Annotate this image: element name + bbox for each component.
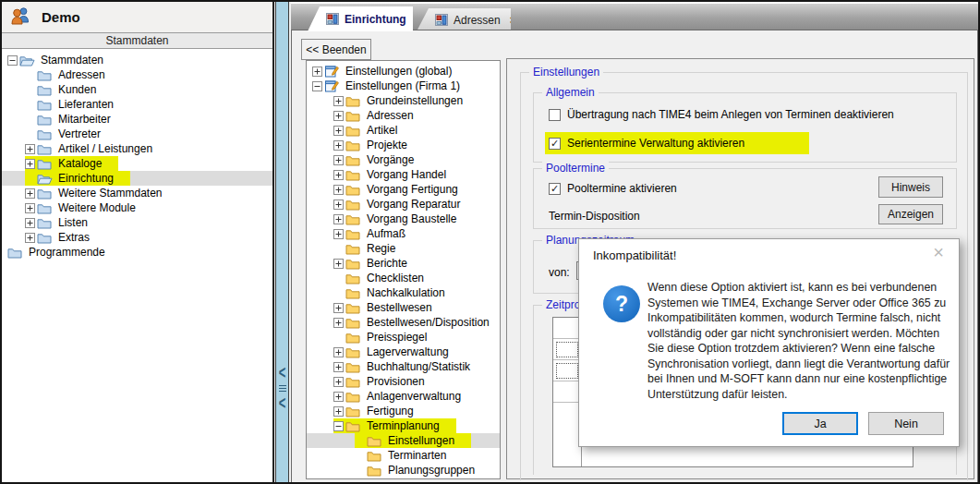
tree-item-terminplanung[interactable]: Terminplanung	[307, 418, 500, 433]
checkbox-box[interactable]: ✓	[549, 183, 561, 195]
collapse-icon[interactable]	[312, 81, 322, 91]
tree-item-weitere-stammdaten[interactable]: Weitere Stammdaten	[2, 186, 272, 200]
collapse-icon[interactable]	[7, 55, 18, 66]
expand-icon[interactable]	[25, 203, 35, 213]
tree-item-fertigung[interactable]: Fertigung	[307, 404, 500, 418]
tree-row-content: Adressen	[333, 108, 416, 123]
tree-item-extras[interactable]: Extras	[2, 230, 272, 245]
tree-item-vorgang-reparatur[interactable]: Vorgang Reparatur	[307, 197, 500, 212]
grid-cell[interactable]	[556, 342, 578, 357]
tree-item-kataloge[interactable]: Kataloge	[2, 156, 272, 171]
tree-item-provisionen[interactable]: Provisionen	[307, 374, 500, 389]
tree-item-mitarbeiter[interactable]: Mitarbeiter	[2, 112, 272, 127]
tree-item-einstellungen-global-[interactable]: Einstellungen (global)	[307, 64, 500, 79]
expand-icon[interactable]	[333, 229, 344, 239]
checkbox-serientermine[interactable]: ✓ Serientermine Verwaltung aktivieren	[545, 132, 809, 154]
expand-icon[interactable]	[333, 96, 344, 106]
tree-item-terminarten[interactable]: Terminarten	[307, 448, 500, 463]
checkbox-time4[interactable]: Übertragung nach TIME4 beim Anlegen von …	[549, 108, 894, 121]
expand-icon[interactable]	[333, 259, 344, 269]
tree-item-artikel-leistungen[interactable]: Artikel / Leistungen	[2, 141, 272, 156]
close-dialog-icon[interactable]: ×	[929, 243, 948, 261]
tree-item-nachkalkulation[interactable]: Nachkalkulation	[307, 285, 500, 300]
checkbox-box[interactable]	[549, 109, 561, 121]
tree-item-kunden[interactable]: Kunden	[2, 82, 272, 97]
tree-item-preisspiegel[interactable]: Preisspiegel	[307, 330, 500, 345]
tree-item-checklisten[interactable]: Checklisten	[307, 271, 500, 285]
checkbox-box[interactable]: ✓	[549, 138, 561, 150]
expand-icon[interactable]	[333, 214, 344, 224]
expand-icon[interactable]	[333, 362, 344, 372]
collapse-icon[interactable]	[333, 421, 344, 431]
tab-adressen[interactable]: Adressen ×	[417, 8, 511, 31]
tree-item-einrichtung[interactable]: Einrichtung	[2, 171, 272, 186]
expand-icon[interactable]	[25, 218, 35, 228]
tree-item-adressen[interactable]: Adressen	[307, 108, 500, 123]
tab-einrichtung[interactable]: Einrichtung ×	[308, 6, 413, 31]
splitter-grip[interactable]	[279, 385, 286, 392]
tree-item-lagerverwaltung[interactable]: Lagerverwaltung	[307, 345, 500, 359]
expand-icon[interactable]	[333, 140, 344, 151]
expand-icon[interactable]	[25, 233, 35, 243]
expand-icon[interactable]	[25, 144, 35, 154]
tree-item-bestellwesen-disposition[interactable]: Bestellwesen/Disposition	[307, 315, 500, 330]
expand-icon[interactable]	[333, 303, 344, 313]
tree-item-planungsgruppen[interactable]: Planungsgruppen	[307, 463, 500, 478]
tree-item-label: Berichte	[365, 257, 409, 270]
anzeigen-button[interactable]: Anzeigen	[878, 204, 943, 224]
tree-item-weitere-module[interactable]: Weitere Module	[2, 200, 272, 215]
expand-icon[interactable]	[333, 200, 344, 210]
expand-icon[interactable]	[333, 170, 344, 180]
expand-icon[interactable]	[333, 185, 344, 195]
tree-item-adressen[interactable]: Adressen	[2, 67, 272, 82]
nein-button[interactable]: Nein	[868, 412, 944, 435]
expand-icon[interactable]	[25, 159, 35, 169]
expand-icon[interactable]	[312, 67, 322, 77]
expand-icon[interactable]	[333, 111, 344, 121]
tree-item-einstellungen[interactable]: Einstellungen	[307, 433, 500, 448]
collapse-chevron-icon[interactable]: <	[279, 365, 286, 381]
tree-item-listen[interactable]: Listen	[2, 215, 272, 230]
tree-item-buchhaltung-statistik[interactable]: Buchhaltung/Statistik	[307, 359, 500, 374]
tree-item-aufmaß[interactable]: Aufmaß	[307, 226, 500, 241]
tree-item-label: Extras	[56, 231, 91, 244]
expand-icon[interactable]	[333, 392, 344, 402]
sidebar: Demo Stammdaten StammdatenAdressenKunden…	[2, 2, 274, 482]
tree-row-content: Einrichtung	[25, 171, 130, 186]
expand-icon[interactable]	[333, 347, 344, 357]
tree-item-vertreter[interactable]: Vertreter	[2, 127, 272, 141]
ja-button[interactable]: Ja	[782, 412, 858, 435]
tree-item-artikel[interactable]: Artikel	[307, 123, 500, 138]
collapse-chevron-icon[interactable]: <	[279, 395, 286, 412]
expand-icon[interactable]	[333, 126, 344, 136]
tree-item-vorgänge[interactable]: Vorgänge	[307, 152, 500, 167]
tree-item-berichte[interactable]: Berichte	[307, 256, 500, 271]
expand-icon[interactable]	[333, 318, 344, 328]
tree-item-ressourcen[interactable]: Ressourcen	[307, 478, 500, 479]
tree-item-einstellungen-firma-1-[interactable]: Einstellungen (Firma 1)	[307, 79, 500, 93]
tree-item-vorgang-handel[interactable]: Vorgang Handel	[307, 167, 500, 182]
tree-item-anlagenverwaltung[interactable]: Anlagenverwaltung	[307, 389, 500, 404]
tree-item-programmende[interactable]: Programmende	[2, 245, 272, 260]
hinweis-button[interactable]: Hinweis	[878, 176, 943, 198]
expand-icon[interactable]	[25, 188, 35, 199]
expand-icon[interactable]	[333, 377, 344, 387]
tree-item-lieferanten[interactable]: Lieferanten	[2, 97, 272, 112]
close-tab-icon[interactable]: ×	[506, 13, 521, 27]
tree-item-grundeinstellungen[interactable]: Grundeinstellungen	[307, 93, 500, 108]
tree-item-stammdaten[interactable]: Stammdaten	[2, 53, 272, 67]
checkbox-pooltermine[interactable]: ✓ Pooltermine aktivieren	[549, 182, 677, 195]
tree-item-vorgang-baustelle[interactable]: Vorgang Baustelle	[307, 212, 500, 226]
tree-item-bestellwesen[interactable]: Bestellwesen	[307, 300, 500, 315]
expand-icon[interactable]	[333, 155, 344, 165]
grid-cell[interactable]	[556, 363, 578, 379]
app-window: Demo Stammdaten StammdatenAdressenKunden…	[0, 0, 980, 484]
sidebar-splitter[interactable]: < <	[275, 2, 289, 482]
tree-item-label: Lieferanten	[56, 98, 115, 111]
expand-icon[interactable]	[333, 406, 344, 417]
tree-item-regie[interactable]: Regie	[307, 241, 500, 256]
tree-item-label: Vorgänge	[365, 153, 416, 166]
tree-item-vorgang-fertigung[interactable]: Vorgang Fertigung	[307, 182, 500, 197]
beenden-button[interactable]: << Beenden	[301, 39, 371, 60]
tree-item-projekte[interactable]: Projekte	[307, 138, 500, 152]
